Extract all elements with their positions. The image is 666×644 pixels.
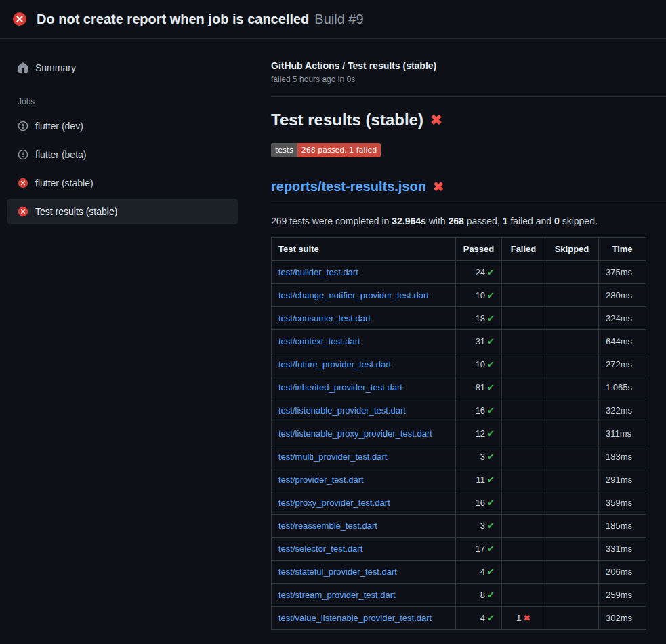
skipped-cell (545, 422, 599, 445)
failed-cell: ✖ (502, 538, 545, 561)
suite-link[interactable]: test/change_notifier_provider_test.dart (278, 290, 429, 300)
passed-count: 3 (480, 451, 485, 462)
suite-link[interactable]: test/inherited_provider_test.dart (278, 382, 402, 393)
suite-link[interactable]: test/consumer_test.dart (278, 313, 371, 323)
skipped-cell (545, 261, 599, 284)
passed-count: 10 (476, 359, 485, 369)
report-failed-x-icon: ✖ (433, 179, 444, 195)
suite-link[interactable]: test/listenable_proxy_provider_test.dart (278, 428, 432, 439)
failed-cell: ✖ (502, 422, 545, 445)
jobs-heading: Jobs (7, 83, 238, 113)
suite-link[interactable]: test/builder_test.dart (278, 267, 358, 277)
passed-cell: 18✔ (456, 307, 502, 330)
table-row: test/listenable_proxy_provider_test.dart… (272, 422, 646, 445)
run-meta: failed 5 hours ago in 0s (271, 75, 666, 84)
passed-count: 3 (480, 521, 485, 531)
table-row: test/multi_provider_test.dart 3✔ ✖ 183ms (272, 445, 646, 468)
skipped-cell (545, 330, 599, 353)
failed-cell: ✖ (502, 515, 545, 538)
report-link[interactable]: reports/test-results.json (271, 179, 426, 195)
summary-text: 269 tests were completed in (271, 216, 392, 226)
sidebar-job-item[interactable]: Test results (stable) (7, 199, 238, 224)
column-header-failed: Failed (502, 238, 545, 261)
check-icon: ✔ (487, 336, 495, 346)
suite-link[interactable]: test/stateful_provider_test.dart (278, 567, 397, 577)
summary-text: skipped. (560, 216, 598, 226)
failed-cell: 1✖ (502, 607, 545, 630)
results-table-body: test/builder_test.dart 24✔ ✖ 375ms test/… (272, 261, 646, 630)
suite-link[interactable]: test/value_listenable_provider_test.dart (278, 613, 432, 623)
sidebar-job-item[interactable]: flutter (beta) (7, 142, 238, 167)
suite-link[interactable]: test/stream_provider_test.dart (278, 590, 396, 600)
suite-link[interactable]: test/context_test.dart (278, 336, 360, 346)
table-row: test/builder_test.dart 24✔ ✖ 375ms (272, 261, 646, 284)
table-header-row: Test suite Passed Failed Skipped Time (272, 238, 646, 261)
time-cell: 375ms (599, 261, 646, 284)
suite-link[interactable]: test/future_provider_test.dart (278, 359, 391, 369)
suite-link[interactable]: test/multi_provider_test.dart (278, 451, 387, 462)
table-row: test/provider_test.dart 11✔ ✖ 291ms (272, 468, 646, 491)
suite-link[interactable]: test/reassemble_test.dart (278, 521, 377, 531)
table-row: test/proxy_provider_test.dart 16✔ ✖ 359m… (272, 491, 646, 515)
suite-cell: test/change_notifier_provider_test.dart (272, 284, 456, 307)
check-icon: ✔ (487, 544, 495, 554)
table-row: test/stateful_provider_test.dart 4✔ ✖ 20… (272, 561, 646, 584)
failed-cell: ✖ (502, 584, 545, 607)
passed-cell: 3✔ (456, 515, 502, 538)
run-failed-icon (12, 12, 27, 26)
table-row: test/consumer_test.dart 18✔ ✖ 324ms (272, 307, 646, 330)
suite-cell: test/stateful_provider_test.dart (272, 561, 456, 584)
suite-cell: test/value_listenable_provider_test.dart (272, 607, 456, 630)
suite-link[interactable]: test/listenable_provider_test.dart (278, 405, 406, 416)
passed-cell: 31✔ (456, 330, 502, 353)
failed-cell: ✖ (502, 353, 545, 376)
passed-count: 24 (476, 267, 485, 277)
skipped-cell (545, 607, 599, 630)
passed-count: 11 (476, 475, 486, 485)
skipped-cell (545, 538, 599, 561)
table-row: test/selector_test.dart 17✔ ✖ 331ms (272, 538, 646, 561)
passed-cell: 16✔ (456, 399, 502, 422)
skipped-cell (545, 307, 599, 330)
passed-cell: 10✔ (456, 284, 502, 307)
run-title: Do not create report when job is cancell… (37, 12, 309, 27)
passed-count: 16 (476, 498, 485, 508)
passed-cell: 4✔ (456, 561, 502, 584)
check-icon: ✔ (487, 590, 495, 600)
suite-link[interactable]: test/proxy_provider_test.dart (278, 498, 390, 508)
table-row: test/context_test.dart 31✔ ✖ 644ms (272, 330, 646, 353)
job-label: Test results (stable) (35, 206, 117, 217)
failed-cell: ✖ (502, 445, 545, 468)
sidebar-job-item[interactable]: flutter (dev) (7, 113, 238, 139)
failed-cell: ✖ (502, 330, 545, 353)
suite-link[interactable]: test/provider_test.dart (278, 475, 364, 485)
summary-total-time: 32.964s (392, 216, 426, 226)
time-cell: 291ms (599, 468, 646, 491)
job-failed-icon (18, 206, 28, 217)
passed-cell: 10✔ (456, 353, 502, 376)
passed-count: 12 (476, 428, 485, 439)
passed-count: 4 (480, 613, 485, 623)
summary-passed-count: 268 (449, 216, 464, 226)
summary-text: passed, (464, 216, 503, 226)
skipped-cell (545, 399, 599, 422)
sidebar-item-summary[interactable]: Summary (7, 55, 238, 81)
suite-link[interactable]: test/selector_test.dart (278, 544, 362, 554)
time-cell: 359ms (599, 491, 646, 515)
check-icon: ✔ (487, 267, 495, 277)
table-row: test/inherited_provider_test.dart 81✔ ✖ … (272, 376, 646, 399)
check-icon: ✔ (487, 613, 495, 623)
build-number: Build #9 (314, 12, 363, 27)
page-body: Summary Jobs flutter (dev) (0, 39, 666, 630)
time-cell: 280ms (599, 284, 646, 307)
suite-cell: test/multi_provider_test.dart (272, 445, 456, 468)
column-header-skipped: Skipped (545, 238, 599, 261)
passed-count: 8 (480, 590, 485, 600)
suite-cell: test/stream_provider_test.dart (272, 584, 456, 607)
table-row: test/stream_provider_test.dart 8✔ ✖ 259m… (272, 584, 646, 607)
passed-count: 81 (476, 382, 485, 393)
passed-count: 17 (476, 544, 485, 554)
section-heading-text: Test results (stable) (271, 110, 423, 129)
sidebar-job-item[interactable]: flutter (stable) (7, 170, 238, 196)
skipped-cell (545, 468, 599, 491)
